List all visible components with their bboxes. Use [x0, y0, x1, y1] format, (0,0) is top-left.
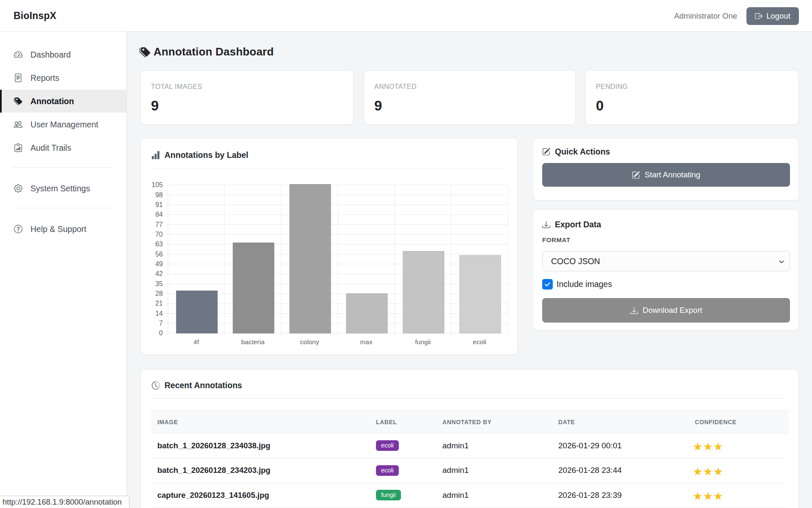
- svg-text:21: 21: [155, 300, 163, 307]
- svg-text:70: 70: [155, 231, 163, 238]
- svg-text:4f: 4f: [194, 338, 200, 345]
- svg-text:ecoli: ecoli: [473, 338, 486, 345]
- svg-text:77: 77: [155, 221, 163, 228]
- svg-text:91: 91: [155, 201, 163, 208]
- svg-text:63: 63: [155, 240, 163, 248]
- svg-text:84: 84: [155, 211, 163, 218]
- svg-text:35: 35: [155, 280, 163, 287]
- svg-text:0: 0: [159, 329, 163, 337]
- svg-text:49: 49: [155, 260, 163, 268]
- svg-text:bacteria: bacteria: [241, 338, 265, 345]
- svg-text:98: 98: [155, 191, 163, 199]
- svg-text:28: 28: [155, 290, 163, 297]
- svg-text:max: max: [360, 338, 373, 345]
- svg-text:fungii: fungii: [415, 338, 431, 345]
- svg-text:42: 42: [155, 270, 163, 277]
- svg-text:colony: colony: [300, 338, 319, 345]
- svg-text:105: 105: [151, 181, 163, 188]
- svg-text:7: 7: [159, 320, 163, 327]
- svg-text:56: 56: [155, 251, 163, 258]
- svg-text:14: 14: [155, 310, 163, 317]
